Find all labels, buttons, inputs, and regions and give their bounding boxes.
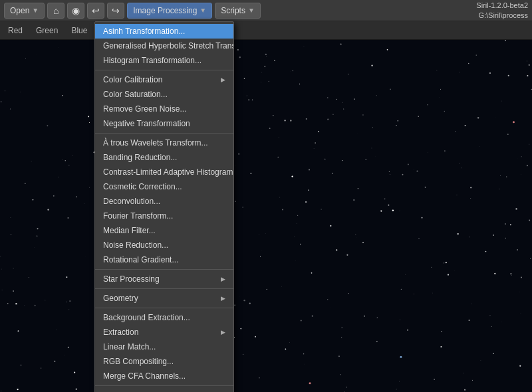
circle-button[interactable]: ◉: [67, 3, 84, 19]
open-dropdown-arrow: ▼: [32, 7, 39, 14]
menu-item[interactable]: Median Filter...: [95, 223, 233, 238]
app-subtitle: G:\Siril\process: [476, 11, 528, 20]
image-processing-button[interactable]: Image Processing ▼: [127, 3, 212, 19]
home-icon: ⌂: [53, 5, 59, 16]
menu-item[interactable]: Background Extraction...: [95, 310, 233, 325]
redo-icon: ↪: [112, 5, 120, 16]
main-toolbar: Open ▼ ⌂ ◉ ↩ ↪ Image Processing ▼ Script…: [0, 0, 532, 21]
redo-button[interactable]: ↪: [107, 3, 124, 19]
menu-item[interactable]: À trous Wavelets Transform...: [95, 136, 233, 150]
menu-item[interactable]: Banding Reduction...: [95, 150, 233, 165]
scripts-label: Scripts: [221, 6, 245, 15]
home-button[interactable]: ⌂: [47, 3, 65, 19]
menu-item[interactable]: Histogram Transformation...: [95, 53, 233, 68]
menu-item[interactable]: Rotational Gradient...: [95, 252, 233, 267]
menu-separator: [95, 288, 233, 289]
menu-separator: [95, 133, 233, 134]
menu-item[interactable]: Contrast-Limited Adaptive Histogram Equa…: [95, 165, 233, 179]
image-processing-menu: Asinh Transformation...Generalised Hyper…: [94, 21, 234, 392]
scripts-button[interactable]: Scripts ▼: [215, 3, 261, 19]
open-button[interactable]: Open ▼: [4, 3, 45, 19]
menu-item[interactable]: Noise Reduction...: [95, 238, 233, 252]
menu-item[interactable]: Color Calibration: [95, 72, 233, 87]
menu-item[interactable]: Pixel Math...: [95, 388, 233, 392]
channel-bar: Red Green Blue: [0, 21, 532, 40]
circle-icon: ◉: [72, 5, 80, 16]
menu-item[interactable]: Generalised Hyperbolic Stretch Transform…: [95, 39, 233, 53]
image-processing-label: Image Processing: [133, 6, 197, 15]
menu-item[interactable]: Extraction: [95, 325, 233, 340]
open-label: Open: [10, 6, 29, 15]
scripts-arrow: ▼: [248, 7, 255, 14]
app-title: Siril-1.2.0-beta2: [476, 1, 528, 10]
menu-item[interactable]: Geometry: [95, 291, 233, 306]
menu-item[interactable]: Remove Green Noise...: [95, 102, 233, 116]
menu-separator: [95, 308, 233, 308]
menu-item[interactable]: Star Processing: [95, 272, 233, 286]
starfield-background: [0, 0, 532, 392]
menu-item[interactable]: Cosmetic Correction...: [95, 179, 233, 194]
menu-item[interactable]: Asinh Transformation...: [95, 24, 233, 39]
undo-button[interactable]: ↩: [87, 3, 104, 19]
blue-channel-button[interactable]: Blue: [68, 25, 90, 37]
green-channel-button[interactable]: Green: [33, 25, 61, 37]
undo-icon: ↩: [92, 5, 100, 16]
menu-item[interactable]: Deconvolution...: [95, 194, 233, 209]
app-info: Siril-1.2.0-beta2 G:\Siril\process: [476, 1, 528, 20]
menu-separator: [95, 269, 233, 270]
menu-item[interactable]: Merge CFA Channels...: [95, 369, 233, 383]
menu-item[interactable]: Color Saturation...: [95, 87, 233, 102]
menu-separator: [95, 70, 233, 70]
menu-item[interactable]: RGB Compositing...: [95, 354, 233, 369]
menu-item[interactable]: Fourier Transform...: [95, 209, 233, 223]
menu-item[interactable]: Negative Transformation: [95, 116, 233, 131]
menu-item[interactable]: Linear Match...: [95, 340, 233, 354]
menu-separator: [95, 385, 233, 386]
image-processing-arrow: ▼: [200, 7, 206, 14]
red-channel-button[interactable]: Red: [5, 25, 25, 37]
